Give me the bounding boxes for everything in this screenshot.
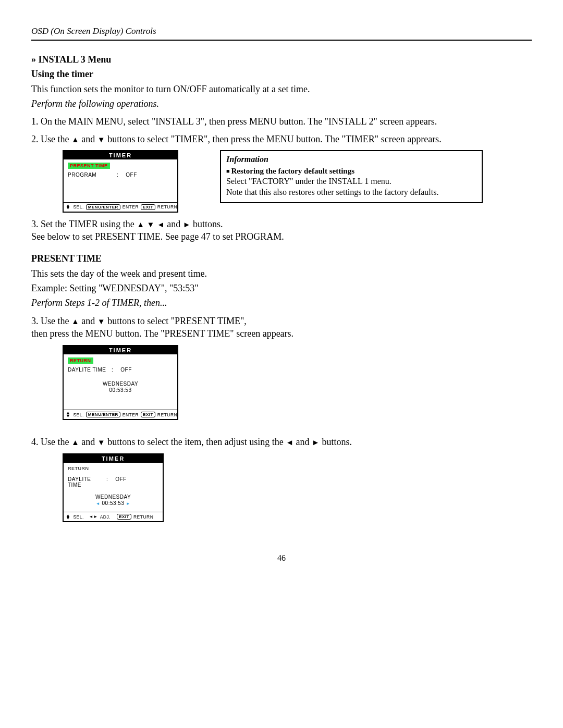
osd3-colon: :: [106, 476, 108, 488]
information-box: Information Restoring the factory defaul…: [220, 150, 483, 203]
osd1-return: RETURN: [157, 204, 177, 209]
osd1-exit-btn: EXIT: [141, 204, 155, 210]
info-line1: Select "FACTORY" under the INSTALL 1 men…: [226, 176, 476, 187]
osd2-day: WEDNESDAY: [68, 381, 173, 387]
osd2-daylite-label: DAYLITE TIME: [68, 367, 108, 373]
using-timer-heading: Using the timer: [31, 68, 532, 80]
present-time-heading: PRESENT TIME: [31, 252, 532, 265]
intro-text: This function sets the monitor to turn O…: [31, 83, 532, 95]
updown-icon: ▲▼: [66, 514, 70, 520]
page-number: 46: [31, 553, 532, 563]
osd2-time: 00:53:53: [68, 387, 173, 393]
osd3-time: 00:53:53: [102, 500, 125, 506]
osd2-return-highlight: RETURN: [68, 357, 93, 364]
step-2b: and: [79, 134, 97, 144]
running-header: OSD (On Screen Display) Controls: [31, 26, 532, 36]
osd1-menuenter-btn: MENU/ENTER: [86, 204, 120, 210]
left-arrow-icon: ◄: [96, 501, 100, 506]
step-4: 4. Use the ▲ and ▼ buttons to select the…: [31, 436, 532, 448]
step-2a: 2. Use the: [31, 134, 71, 144]
up-arrow-icon: ▲: [71, 317, 79, 326]
step-3b: and: [165, 219, 183, 229]
osd2-daylite-val: OFF: [120, 367, 132, 373]
perform-steps-12: Perform Steps 1-2 of TIMER, then...: [31, 297, 532, 309]
updown-icon: ▲▼: [66, 412, 70, 417]
osd3-day: WEDNESDAY: [68, 494, 158, 500]
osd3-exit-btn: EXIT: [117, 514, 131, 520]
left-arrow-icon: ◄: [157, 220, 165, 229]
osd3-sel: SEL.: [73, 514, 83, 520]
osd3-daylite-val: OFF: [115, 476, 127, 488]
step-1: 1. On the MAIN MENU, select "INSTALL 3",…: [31, 115, 532, 128]
pt-step-3a: 3. Use the: [31, 316, 71, 326]
step-2c: buttons to select "TIMER", then press th…: [105, 134, 442, 144]
header-rule: [31, 40, 532, 41]
osd1-program-val: OFF: [126, 172, 137, 178]
up-arrow-icon: ▲: [71, 438, 79, 447]
osd3-return: RETURN: [68, 466, 158, 471]
pt-step-3d: then press the MENU button. The "PRESENT…: [31, 328, 293, 339]
step-2: 2. Use the ▲ and ▼ buttons to select "TI…: [31, 133, 532, 145]
step-4a: 4. Use the: [31, 437, 71, 447]
osd-present-time-adjust: TIMER RETURN DAYLITE TIME : OFF WEDNESDA…: [63, 453, 164, 522]
info-title: Information: [226, 154, 476, 165]
osd1-colon: :: [117, 172, 118, 178]
step-4e: buttons.: [320, 437, 352, 447]
step-3c: buttons.: [191, 219, 223, 229]
up-arrow-icon: ▲: [71, 135, 79, 144]
step-3d: See below to set PRESENT TIME. See page …: [31, 231, 284, 242]
down-arrow-icon: ▼: [97, 438, 105, 447]
pt-step-3: 3. Use the ▲ and ▼ buttons to select "PR…: [31, 315, 532, 340]
osd1-sel: SEL.: [73, 204, 83, 209]
step-3: 3. Set the TIMER using the ▲ ▼ ◄ and ► b…: [31, 218, 532, 243]
osd1-enter: ENTER: [123, 204, 139, 209]
step-4d: and: [293, 437, 312, 447]
osd2-exit-btn: EXIT: [141, 412, 155, 417]
install3-heading: » INSTALL 3 Menu: [31, 53, 532, 66]
osd2-return: RETURN: [157, 412, 177, 417]
osd2-sel: SEL.: [73, 412, 83, 417]
step-4c: buttons to select the item, then adjust …: [105, 437, 286, 447]
osd3-time-row: ◄ 00:53:53 ►: [68, 500, 158, 507]
osd1-present-time-highlight: PRESENT TIME: [68, 163, 110, 169]
present-time-example: Example: Setting "WEDNESDAY", "53:53": [31, 282, 532, 294]
step-3a: 3. Set the TIMER using the: [31, 219, 137, 229]
right-arrow-icon: ►: [312, 438, 320, 447]
down-arrow-icon: ▼: [97, 317, 105, 326]
present-time-desc: This sets the day of the week and presen…: [31, 267, 532, 280]
leftright-icon: ◄►: [89, 514, 98, 519]
info-line2: Note that this also restores other setti…: [226, 187, 476, 198]
up-arrow-icon: ▲: [137, 220, 144, 229]
osd3-adj: ADJ.: [100, 514, 111, 520]
step-4b: and: [79, 437, 97, 447]
left-arrow-icon: ◄: [286, 438, 293, 447]
pt-step-3c: buttons to select "PRESENT TIME",: [105, 316, 247, 326]
pt-step-3b: and: [79, 316, 97, 326]
osd3-daylite-label: DAYLITE TIME: [68, 476, 103, 488]
right-arrow-icon: ►: [183, 220, 191, 229]
osd2-menuenter-btn: MENU/ENTER: [86, 412, 120, 417]
osd2-enter: ENTER: [123, 412, 139, 417]
osd1-title: TIMER: [64, 151, 177, 159]
osd-present-time-select: TIMER RETURN DAYLITE TIME : OFF WEDNESDA…: [63, 345, 178, 420]
osd3-title: TIMER: [64, 454, 163, 463]
osd2-title: TIMER: [64, 346, 177, 354]
perform-operations: Perform the following operations.: [31, 97, 532, 110]
right-arrow-icon: ►: [126, 501, 130, 506]
down-arrow-icon: ▼: [97, 135, 105, 144]
osd2-colon: :: [112, 367, 113, 373]
osd1-program-label: PROGRAM: [68, 172, 114, 178]
info-subtitle: Restoring the factory default settings: [226, 166, 476, 177]
osd-timer-main: TIMER PRESENT TIME PROGRAM : OFF ▲▼ SEL.…: [63, 150, 178, 213]
down-arrow-icon: ▼: [147, 220, 155, 229]
osd3-return2: RETURN: [133, 514, 153, 520]
updown-icon: ▲▼: [66, 204, 70, 210]
